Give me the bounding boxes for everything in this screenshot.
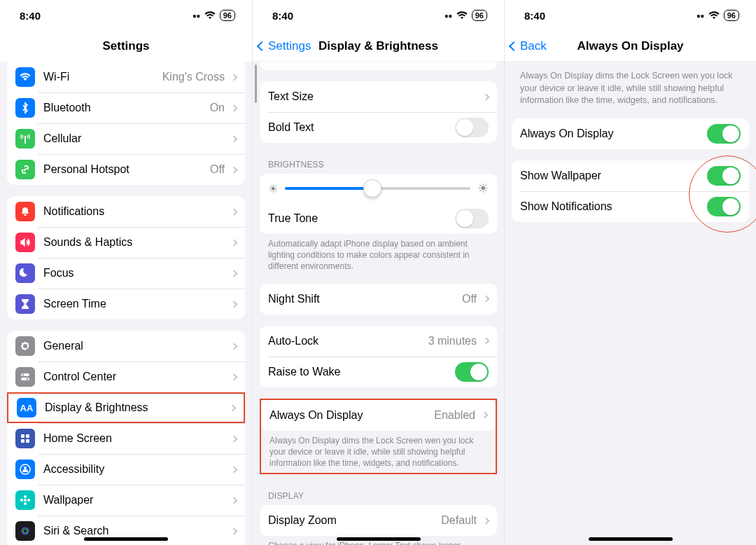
label: Accessibility bbox=[43, 463, 227, 476]
row-bold-text[interactable]: Bold Text bbox=[260, 112, 497, 143]
value: Off bbox=[462, 293, 477, 305]
chevron-right-icon bbox=[231, 435, 238, 442]
grid-icon bbox=[15, 429, 35, 448]
row-wallpaper[interactable]: Wallpaper bbox=[7, 485, 245, 516]
svg-point-14 bbox=[24, 502, 27, 505]
row-control-center[interactable]: Control Center bbox=[7, 361, 245, 392]
signal-icon: ▪▪ bbox=[696, 10, 704, 22]
battery-indicator: 96 bbox=[472, 10, 487, 21]
settings-list[interactable]: Wi-FiKing's CrossBluetoothOnCellularPers… bbox=[0, 62, 252, 545]
row-general[interactable]: General bbox=[7, 331, 245, 361]
aa-icon: AA bbox=[17, 398, 36, 418]
row-raise-to-wake[interactable]: Raise to Wake bbox=[260, 357, 497, 387]
bt-icon bbox=[15, 98, 35, 118]
page-title: Always On Display bbox=[577, 39, 683, 53]
battery-indicator: 96 bbox=[220, 10, 235, 21]
svg-point-4 bbox=[22, 374, 24, 376]
row-sounds-haptics[interactable]: Sounds & Haptics bbox=[7, 227, 245, 258]
true-tone-toggle[interactable] bbox=[455, 209, 489, 228]
display-settings-list[interactable]: Text Size Bold Text BRIGHTNESS ☀︎ ☀︎ Tru… bbox=[253, 62, 504, 545]
bold-text-toggle[interactable] bbox=[455, 118, 489, 137]
brightness-slider[interactable] bbox=[285, 187, 470, 190]
display-header: DISPLAY bbox=[253, 487, 504, 505]
row-screen-time[interactable]: Screen Time bbox=[7, 289, 245, 319]
chevron-right-icon bbox=[483, 517, 490, 524]
chevron-right-icon bbox=[231, 208, 238, 215]
row-true-tone[interactable]: True Tone bbox=[260, 203, 497, 234]
flower-icon bbox=[15, 490, 35, 510]
gear-icon bbox=[15, 336, 35, 356]
label: Cellular bbox=[43, 132, 227, 145]
svg-point-13 bbox=[24, 495, 27, 498]
chevron-right-icon bbox=[231, 527, 238, 534]
chevron-left-icon bbox=[257, 41, 267, 50]
chevron-right-icon bbox=[231, 239, 238, 246]
value: Off bbox=[210, 163, 225, 176]
row-cellular[interactable]: Cellular bbox=[7, 123, 245, 154]
nav-header: Settings bbox=[0, 31, 252, 62]
antenna-icon bbox=[15, 129, 35, 149]
chevron-right-icon bbox=[231, 74, 238, 81]
show-wallpaper-toggle[interactable] bbox=[707, 166, 741, 186]
home-indicator[interactable] bbox=[589, 537, 673, 541]
row-aod-master[interactable]: Always On Display bbox=[512, 118, 749, 149]
signal-icon: ▪▪ bbox=[192, 10, 200, 22]
label: General bbox=[43, 340, 227, 352]
bell-icon bbox=[15, 202, 35, 221]
label: Siri & Search bbox=[43, 525, 227, 537]
true-tone-footer: Automatically adapt iPhone display based… bbox=[253, 234, 504, 272]
home-indicator[interactable] bbox=[337, 537, 421, 541]
row-focus[interactable]: Focus bbox=[7, 258, 245, 289]
scroll-indicator[interactable] bbox=[255, 64, 257, 103]
chevron-right-icon bbox=[231, 497, 238, 504]
status-bar: 8:40 ▪▪ 96 bbox=[505, 0, 756, 31]
chevron-right-icon bbox=[483, 93, 490, 100]
label: Auto-Lock bbox=[268, 335, 428, 347]
label: Night Shift bbox=[268, 293, 462, 305]
show-notifications-toggle[interactable] bbox=[707, 197, 741, 216]
row-show-wallpaper[interactable]: Show Wallpaper bbox=[512, 160, 749, 191]
back-button[interactable]: Back bbox=[510, 39, 547, 53]
row-display-zoom[interactable]: Display Zoom Default bbox=[260, 505, 497, 536]
moon-icon bbox=[15, 263, 35, 283]
screen-display-brightness: 8:40 ▪▪ 96 Settings Display & Brightness… bbox=[252, 0, 504, 545]
aod-intro: Always On Display dims the Lock Screen w… bbox=[505, 62, 756, 107]
row-text-size[interactable]: Text Size bbox=[260, 81, 497, 112]
row-home-screen[interactable]: Home Screen bbox=[7, 423, 245, 454]
chevron-right-icon bbox=[231, 373, 238, 380]
wifi-icon bbox=[708, 10, 720, 22]
svg-rect-6 bbox=[21, 434, 24, 438]
value: On bbox=[210, 102, 225, 114]
label: Show Notifications bbox=[520, 200, 707, 213]
value: Enabled bbox=[434, 409, 475, 422]
row-accessibility[interactable]: Accessibility bbox=[7, 454, 245, 485]
label: Personal Hotspot bbox=[43, 163, 210, 176]
label: Text Size bbox=[268, 90, 479, 103]
raise-to-wake-toggle[interactable] bbox=[455, 362, 489, 382]
chevron-right-icon bbox=[482, 412, 489, 419]
person-icon bbox=[15, 460, 35, 479]
back-button[interactable]: Settings bbox=[258, 39, 311, 53]
row-night-shift[interactable]: Night Shift Off bbox=[260, 284, 497, 315]
row-notifications[interactable]: Notifications bbox=[7, 196, 245, 227]
page-title: Settings bbox=[102, 39, 149, 53]
status-time: 8:40 bbox=[20, 10, 41, 22]
row-personal-hotspot[interactable]: Personal HotspotOff bbox=[7, 154, 245, 185]
row-auto-lock[interactable]: Auto-Lock 3 minutes bbox=[260, 326, 497, 357]
row-bluetooth[interactable]: BluetoothOn bbox=[7, 92, 245, 123]
status-bar: 8:40 ▪▪ 96 bbox=[0, 0, 252, 31]
row-wi-fi[interactable]: Wi-FiKing's Cross bbox=[7, 62, 245, 92]
row-always-on-display[interactable]: Always On Display Enabled bbox=[261, 400, 496, 431]
aod-settings-list[interactable]: Always On Display dims the Lock Screen w… bbox=[505, 62, 756, 545]
svg-rect-7 bbox=[26, 434, 29, 438]
aod-toggle[interactable] bbox=[707, 124, 741, 144]
label: Screen Time bbox=[43, 298, 227, 310]
svg-rect-1 bbox=[24, 137, 26, 144]
home-indicator[interactable] bbox=[84, 537, 168, 541]
row-show-notifications[interactable]: Show Notifications bbox=[512, 191, 749, 222]
page-title: Display & Brightness bbox=[318, 39, 438, 53]
row-display-brightness[interactable]: AADisplay & Brightness bbox=[7, 392, 245, 423]
hourglass-icon bbox=[15, 294, 35, 314]
label: Display & Brightness bbox=[45, 401, 226, 414]
wifi-icon bbox=[204, 10, 216, 22]
